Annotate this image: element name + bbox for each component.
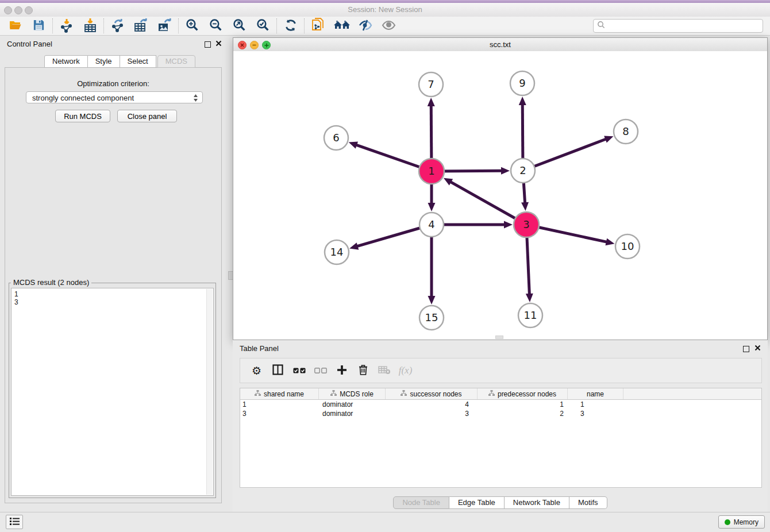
column-type-icon [255,390,261,398]
hide-graphics-details-button[interactable] [353,17,377,34]
column-header-label: shared name [264,390,304,398]
table-cell[interactable]: dominator [319,400,386,409]
table-cell[interactable]: 3 [240,409,319,418]
save-session-button[interactable] [27,17,51,34]
graph-arrowhead-2-9 [519,97,526,105]
network-from-file-button[interactable] [306,17,330,34]
table-cell[interactable]: 3 [568,409,623,418]
export-table-button[interactable] [129,17,153,34]
control-panel: Control Panel Network Style Select MCDS … [0,36,226,506]
zoom-fit-icon [232,18,247,34]
delete-column-button[interactable] [352,361,374,380]
apply-function-button[interactable]: f(x) [395,361,416,380]
delete-table-button[interactable] [374,361,395,380]
graph-edge-2-8[interactable] [523,139,606,171]
tab-node-table[interactable]: Node Table [393,496,449,509]
checked-boxes-icon [293,367,306,375]
graph-node-label-2: 2 [519,164,526,176]
zoom-fit-button[interactable] [228,17,251,34]
optimization-criterion-label: Optimization criterion: [5,79,221,88]
import-network-button[interactable] [55,17,78,34]
search-icon [597,21,605,31]
import-table-button[interactable] [78,17,102,34]
two-houses-icon [333,18,351,34]
open-session-button[interactable] [3,17,27,34]
table-cell[interactable]: dominator [319,409,386,418]
houses-button[interactable] [330,17,353,34]
mcds-result-text[interactable]: 1 3 [11,288,214,496]
show-graphics-details-button[interactable] [377,17,401,34]
graph-node-label-6: 6 [333,132,339,144]
graph-node-label-1: 1 [428,165,434,177]
table-tabs: Node Table Edge Table Network Table Moti… [233,496,768,509]
graph-arrowhead-1-4 [428,203,436,211]
table-cell[interactable]: 4 [386,400,478,409]
graph-arrowhead-4-14 [349,242,359,249]
close-panel-icon[interactable] [215,40,222,48]
table-header-row: shared nameMCDS rolesuccessor nodesprede… [240,388,761,400]
window-resize-handle[interactable] [495,336,503,339]
table-cell[interactable]: 3 [386,409,478,418]
tab-network-table[interactable]: Network Table [505,496,569,509]
table-cell[interactable]: 1 [568,400,623,409]
tab-network[interactable]: Network [44,55,88,68]
column-header-label: predecessor nodes [498,390,556,398]
close-panel-icon[interactable] [754,345,761,353]
close-panel-button[interactable]: Close panel [117,110,177,122]
zoom-selected-button[interactable] [251,17,275,34]
column-header-shared-name[interactable]: shared name [240,388,319,399]
network-canvas[interactable]: 7968124314101511 [233,51,767,340]
tab-style[interactable]: Style [88,55,120,68]
network-window-titlebar[interactable]: scc.txt [233,38,767,52]
open-folder-icon [8,18,23,34]
document-network-icon [311,17,325,34]
search-box[interactable] [593,19,763,33]
toolbar-separator [178,18,179,33]
split-panel-button[interactable] [267,361,288,380]
table-row[interactable]: 1dominator411 [240,400,761,409]
table-row[interactable]: 3dominator323 [240,409,761,418]
float-panel-icon[interactable] [205,41,211,48]
task-history-button[interactable] [6,515,23,529]
import-table-icon [83,18,98,34]
column-header-name[interactable]: name [568,388,623,399]
criterion-select[interactable]: strongly connected component [26,91,203,103]
zoom-out-button[interactable] [204,17,228,34]
zoom-in-button[interactable] [180,17,204,34]
run-mcds-button[interactable]: Run MCDS [55,110,110,122]
table-cell[interactable]: 1 [240,400,319,409]
memory-button[interactable]: Memory [718,515,765,529]
table-cell[interactable]: 2 [478,409,568,418]
export-network-button[interactable] [106,17,129,34]
deselect-all-columns-button[interactable] [310,361,331,380]
select-all-columns-button[interactable] [288,361,310,380]
tab-select[interactable]: Select [120,55,156,68]
column-header-predecessor-nodes[interactable]: predecessor nodes [478,388,568,399]
graph-arrowhead-1-6 [349,141,358,148]
column-type-icon [330,390,337,398]
graph-node-label-4: 4 [428,218,434,230]
refresh-view-button[interactable] [279,17,302,34]
result-scrollbar[interactable] [206,289,213,495]
refresh-icon [284,18,298,34]
toolbar-separator [103,18,104,33]
graph-node-label-8: 8 [622,125,629,137]
add-column-button[interactable] [331,361,352,380]
table-cell[interactable]: 1 [478,400,568,409]
main-toolbar [0,17,770,36]
search-input[interactable] [607,21,763,30]
tab-motifs[interactable]: Motifs [569,496,607,509]
mcds-panel: Optimization criterion: strongly connect… [5,67,222,503]
function-icon: f(x) [399,365,413,376]
column-header-mcds-role[interactable]: MCDS role [319,388,386,399]
export-image-button[interactable] [153,17,176,34]
graph-node-label-10: 10 [621,240,634,252]
mcds-result-title: MCDS result (2 nodes) [11,278,91,287]
tab-edge-table[interactable]: Edge Table [449,496,505,509]
float-panel-icon[interactable] [743,346,749,352]
column-type-icon [401,390,407,398]
column-header-successor-nodes[interactable]: successor nodes [386,388,478,399]
tab-mcds[interactable]: MCDS [157,55,195,68]
table-panel: Table Panel ⚙ f(x) shared nameMCDS roles… [233,340,768,512]
table-settings-button[interactable]: ⚙ [246,361,267,380]
